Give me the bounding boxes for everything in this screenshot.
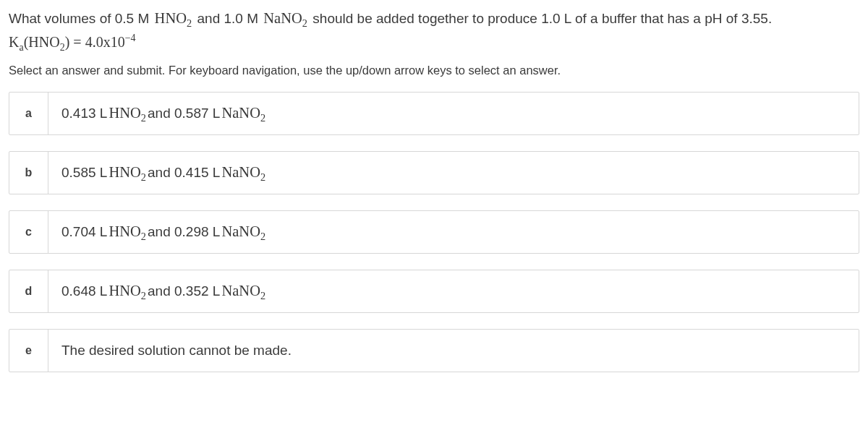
- question-post: should be added together to produce 1.0 …: [309, 11, 772, 26]
- option-text: 0.413 L HNO2 and 0.587 L NaNO2: [48, 93, 859, 134]
- option-c[interactable]: c 0.704 L HNO2 and 0.298 L NaNO2: [9, 210, 859, 254]
- option-letter: a: [9, 93, 48, 134]
- option-text: The desired solution cannot be made.: [48, 330, 859, 372]
- instruction-text: Select an answer and submit. For keyboar…: [9, 64, 859, 77]
- option-d[interactable]: d 0.648 L HNO2 and 0.352 L NaNO2: [9, 270, 859, 313]
- option-e[interactable]: e The desired solution cannot be made.: [9, 329, 859, 372]
- option-b[interactable]: b 0.585 L HNO2 and 0.415 L NaNO2: [9, 151, 859, 194]
- option-text: 0.704 L HNO2 and 0.298 L NaNO2: [48, 211, 859, 253]
- option-text: 0.585 L HNO2 and 0.415 L NaNO2: [48, 152, 859, 194]
- option-letter: b: [9, 152, 48, 194]
- option-a[interactable]: a 0.413 L HNO2 and 0.587 L NaNO2: [9, 92, 859, 135]
- chem-nano2: NaNO2: [262, 10, 309, 26]
- option-text: 0.648 L HNO2 and 0.352 L NaNO2: [48, 270, 859, 312]
- option-letter: e: [9, 330, 48, 372]
- option-letter: d: [9, 270, 48, 312]
- question-text: What volumes of 0.5 M HNO2 and 1.0 M NaN…: [9, 7, 859, 30]
- options-list: a 0.413 L HNO2 and 0.587 L NaNO2 b 0.585…: [9, 92, 859, 372]
- question-pre: What volumes of 0.5 M: [9, 11, 153, 26]
- question-mid: and 1.0 M: [193, 11, 262, 26]
- chem-hno2: HNO2: [153, 10, 194, 26]
- ka-expression: Ka(HNO2) = 4.0x10−4: [9, 34, 859, 51]
- option-letter: c: [9, 211, 48, 253]
